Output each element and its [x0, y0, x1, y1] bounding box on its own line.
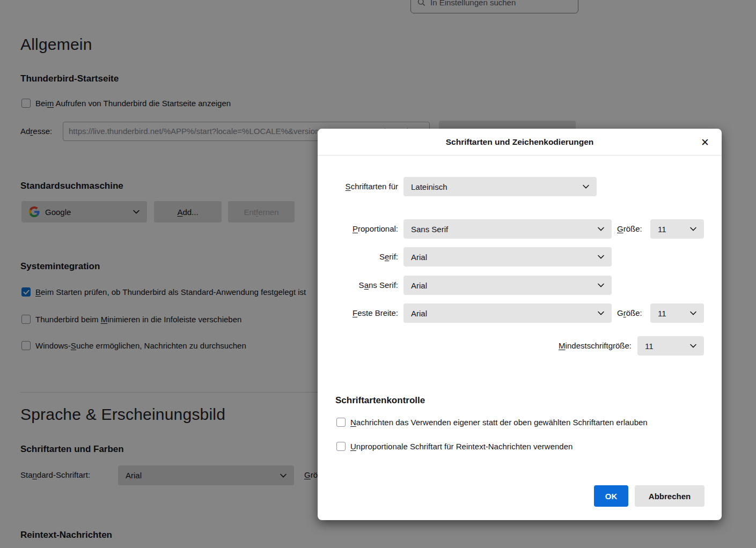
- sans-serif-value: Arial: [411, 281, 598, 290]
- fixed-width-label: Feste Breite:: [318, 303, 398, 323]
- serif-value: Arial: [411, 253, 598, 262]
- chevron-down-icon: [583, 184, 589, 189]
- sans-serif-select[interactable]: Arial: [403, 276, 612, 295]
- chevron-down-icon: [598, 283, 604, 287]
- monospace-plaintext-row: Unproportionale Schriftart für Reintext-…: [336, 442, 572, 451]
- serif-select[interactable]: Arial: [403, 247, 612, 266]
- fonts-encodings-dialog: Schriftarten und Zeichenkodierungen ✕ Sc…: [318, 129, 722, 520]
- proportional-size-value: 11: [658, 225, 690, 234]
- thunderbird-settings-window: In Einstellungen suchen Allgemein Thunde…: [0, 0, 756, 548]
- fixed-width-size-label: Größe:: [617, 303, 642, 323]
- fixed-width-value: Arial: [411, 309, 598, 318]
- dialog-title: Schriftarten und Zeichenkodierungen: [318, 129, 722, 155]
- fixed-width-select[interactable]: Arial: [403, 303, 612, 323]
- allow-custom-fonts-checkbox[interactable]: [336, 418, 346, 427]
- serif-label: Serif:: [318, 247, 398, 266]
- close-icon[interactable]: ✕: [696, 129, 714, 155]
- fonts-for-value: Lateinisch: [411, 182, 583, 191]
- proportional-size-label: Größe:: [617, 219, 642, 239]
- monospace-plaintext-label: Unproportionale Schriftart für Reintext-…: [350, 442, 572, 451]
- proportional-select[interactable]: Sans Serif: [403, 219, 612, 239]
- fonts-for-label: Schriftarten für: [318, 177, 398, 196]
- proportional-label: Proportional:: [318, 219, 398, 239]
- sans-serif-label: Sans Serif:: [318, 276, 398, 295]
- chevron-down-icon: [598, 227, 604, 231]
- dialog-header: Schriftarten und Zeichenkodierungen ✕: [318, 129, 722, 155]
- font-control-heading: Schriftartenkontrolle: [335, 395, 425, 406]
- fixed-width-size-select[interactable]: 11: [650, 303, 704, 323]
- chevron-down-icon: [690, 227, 696, 231]
- min-font-size-value: 11: [645, 342, 690, 351]
- allow-custom-fonts-row: Nachrichten das Verwenden eigener statt …: [336, 418, 648, 427]
- proportional-size-select[interactable]: 11: [650, 219, 704, 239]
- chevron-down-icon: [690, 311, 696, 315]
- chevron-down-icon: [690, 344, 696, 348]
- ok-button[interactable]: OK: [594, 485, 628, 507]
- monospace-plaintext-checkbox[interactable]: [336, 442, 346, 451]
- cancel-button[interactable]: Abbrechen: [635, 485, 704, 507]
- fixed-width-size-value: 11: [658, 309, 690, 318]
- chevron-down-icon: [598, 311, 604, 315]
- min-font-size-select[interactable]: 11: [637, 336, 704, 356]
- allow-custom-fonts-label: Nachrichten das Verwenden eigener statt …: [350, 418, 648, 427]
- min-font-size-label: Mindestschriftgröße:: [318, 336, 632, 356]
- chevron-down-icon: [598, 255, 604, 259]
- fonts-for-select[interactable]: Lateinisch: [403, 177, 597, 196]
- proportional-value: Sans Serif: [411, 225, 598, 234]
